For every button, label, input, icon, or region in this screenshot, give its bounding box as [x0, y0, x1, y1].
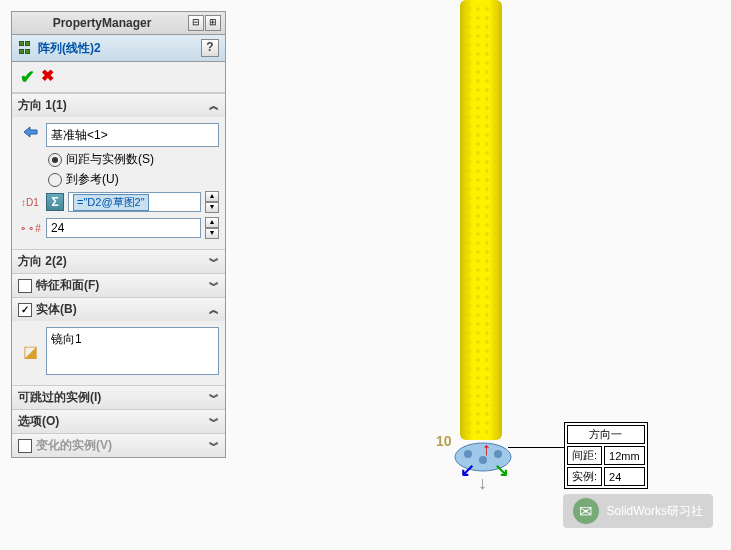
direction-reference-field[interactable]: 基准轴<1>	[46, 123, 219, 147]
checkbox-varied[interactable]	[18, 439, 32, 453]
body-icon: ◪	[18, 341, 42, 361]
property-manager-panel: PropertyManager ⊟ ⊞ 阵列(线性)2 ? ✔ ✖ 方向 1(1…	[11, 11, 226, 458]
direction-callout[interactable]: 方向一 间距:12mm 实例:24	[564, 422, 648, 489]
action-bar: ✔ ✖	[12, 62, 225, 93]
callout-count-value[interactable]: 24	[604, 467, 645, 486]
spacing-input[interactable]: ="D2@草图2"	[68, 192, 201, 212]
instances-input[interactable]: 24	[46, 218, 201, 238]
pm-title: PropertyManager	[16, 16, 188, 30]
section-header-bodies[interactable]: 实体(B) ︽	[12, 298, 225, 321]
pm-header: PropertyManager ⊟ ⊞	[12, 12, 225, 35]
radio-up-to-reference[interactable]: 到参考(U)	[48, 171, 219, 188]
section-varied-instances: 变化的实例(V) ︾	[12, 433, 225, 457]
expand-icon[interactable]: ⊞	[205, 15, 221, 31]
section-skip-instances: 可跳过的实例(I) ︾	[12, 385, 225, 409]
collapse-icon: ︽	[209, 303, 219, 317]
collapse-icon: ︽	[209, 99, 219, 113]
spacing-spinner[interactable]: ▲▼	[205, 191, 219, 213]
checkbox-features[interactable]	[18, 279, 32, 293]
expand-icon: ︾	[209, 391, 219, 405]
section-features-faces: 特征和面(F) ︾	[12, 273, 225, 297]
radio-spacing-instances[interactable]: 间距与实例数(S)	[48, 151, 219, 168]
expand-icon: ︾	[209, 439, 219, 453]
spacing-icon: ↕D1	[18, 192, 42, 212]
bodies-list[interactable]: 镜向1	[46, 327, 219, 375]
expand-icon: ︾	[209, 279, 219, 293]
section-header-features[interactable]: 特征和面(F) ︾	[12, 274, 225, 297]
callout-spacing-value[interactable]: 12mm	[604, 446, 645, 465]
instances-spinner[interactable]: ▲▼	[205, 217, 219, 239]
feature-header: 阵列(线性)2 ?	[12, 35, 225, 62]
section-header-dir1[interactable]: 方向 1(1) ︽	[12, 94, 225, 117]
section-options: 选项(O) ︾	[12, 409, 225, 433]
linear-pattern-icon	[18, 40, 34, 56]
watermark: ✉ SolidWorks研习社	[563, 494, 713, 528]
equation-icon[interactable]: Σ	[46, 193, 64, 211]
section-header-dir2[interactable]: 方向 2(2) ︾	[12, 250, 225, 273]
graphics-viewport[interactable]: 10 ↑ ↙ ↘ ↓ 方向一 间距:12mm 实例:24 ✉ SolidWork…	[230, 0, 731, 550]
section-direction2: 方向 2(2) ︾	[12, 249, 225, 273]
wechat-icon: ✉	[573, 498, 599, 524]
ok-button[interactable]: ✔	[20, 66, 35, 88]
help-button[interactable]: ?	[201, 39, 219, 57]
reverse-direction-button[interactable]	[18, 125, 42, 145]
pattern-preview-body	[460, 0, 502, 440]
radio-off-icon	[48, 173, 62, 187]
direction-triad[interactable]: ↑ ↙ ↘ ↓	[460, 445, 510, 490]
section-header-options[interactable]: 选项(O) ︾	[12, 410, 225, 433]
callout-leader	[508, 447, 564, 448]
section-header-varied[interactable]: 变化的实例(V) ︾	[12, 434, 225, 457]
section-direction1: 方向 1(1) ︽ 基准轴<1> 间距与实例数(S) 到参考(U)	[12, 93, 225, 249]
pin-icon[interactable]: ⊟	[188, 15, 204, 31]
radio-on-icon	[48, 153, 62, 167]
checkbox-bodies[interactable]	[18, 303, 32, 317]
section-header-skip[interactable]: 可跳过的实例(I) ︾	[12, 386, 225, 409]
cancel-button[interactable]: ✖	[41, 66, 54, 88]
section-bodies: 实体(B) ︽ ◪ 镜向1	[12, 297, 225, 385]
feature-title: 阵列(线性)2	[38, 40, 201, 57]
expand-icon: ︾	[209, 415, 219, 429]
expand-icon: ︾	[209, 255, 219, 269]
instances-icon: ⚬⚬#	[18, 218, 42, 238]
